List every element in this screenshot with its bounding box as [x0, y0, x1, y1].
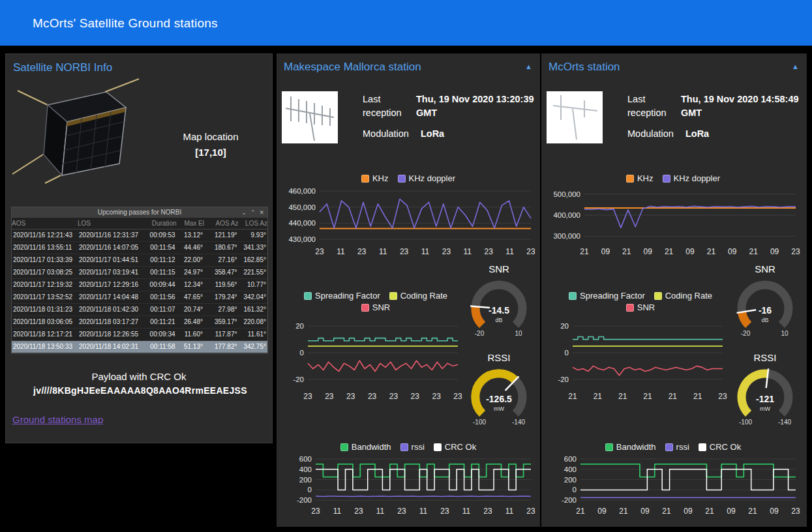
legend-item-snr[interactable]: SNR: [626, 303, 655, 312]
legend-swatch-icon: [361, 304, 369, 312]
svg-text:21: 21: [580, 247, 589, 256]
passes-row[interactable]: 2020/11/17 01:33:392020/11/17 01:44:5100…: [12, 254, 267, 266]
legend-item-khz[interactable]: KHz: [361, 173, 389, 183]
legend-label: KHz: [372, 173, 389, 183]
legend-item-coding-rate[interactable]: Coding Rate: [654, 291, 712, 301]
svg-text:23: 23: [325, 392, 334, 401]
svg-text:23: 23: [357, 247, 367, 256]
svg-text:23: 23: [346, 392, 355, 401]
svg-text:21: 21: [705, 507, 714, 516]
svg-text:20: 20: [295, 322, 304, 330]
passes-row[interactable]: 2020/11/16 13:55:112020/11/16 14:07:0500…: [12, 241, 267, 254]
collapse-panel-icon[interactable]: ▲: [525, 63, 532, 70]
snr-gauge: SNR -14.5dB-2010: [459, 263, 539, 341]
window-collapse-icon[interactable]: ⌄: [241, 207, 247, 218]
collapse-panel-icon[interactable]: ▲: [792, 63, 799, 70]
legend-swatch-icon: [663, 175, 670, 183]
legend-item-rssi[interactable]: rssi: [665, 442, 689, 452]
svg-text:21: 21: [669, 392, 678, 401]
legend-swatch-icon: [389, 292, 397, 300]
svg-text:0: 0: [308, 486, 312, 494]
last-reception-value: Thu, 19 Nov 2020 14:58:49 GMT: [681, 93, 801, 120]
legend-label: Spreading Factor: [315, 291, 380, 301]
svg-text:23: 23: [526, 507, 535, 516]
svg-text:23: 23: [411, 392, 420, 401]
svg-text:11: 11: [462, 507, 471, 516]
window-expand-icon[interactable]: ⌃: [250, 207, 256, 218]
svg-text:21: 21: [619, 507, 628, 516]
svg-text:09: 09: [597, 507, 607, 516]
frequency-legend: KHzKHz doppler: [544, 173, 802, 183]
passes-row[interactable]: 2020/11/17 12:19:322020/11/17 12:29:1600…: [12, 278, 267, 291]
svg-text:-20: -20: [475, 330, 485, 337]
svg-text:23: 23: [485, 247, 494, 256]
legend-item-crc-ok[interactable]: CRC Ok: [434, 442, 476, 452]
svg-text:09: 09: [601, 247, 610, 256]
bandwidth-legend: BandwidthrssiCRC Ok: [279, 442, 537, 452]
legend-item-khz[interactable]: KHz: [626, 173, 654, 183]
passes-tbody: 2020/11/16 12:21:432020/11/16 12:31:3700…: [12, 229, 267, 353]
gauge-title: SNR: [459, 263, 539, 274]
svg-text:460,000: 460,000: [288, 187, 316, 195]
legend-item-bandwidth[interactable]: Bandwidth: [340, 442, 391, 452]
legend-label: CRC Ok: [710, 442, 741, 452]
svg-text:23: 23: [389, 392, 398, 401]
modulation-label: Modulation: [627, 127, 674, 141]
legend-item-khz-doppler[interactable]: KHz doppler: [398, 173, 456, 183]
svg-text:11: 11: [379, 247, 387, 256]
svg-text:23: 23: [397, 507, 406, 516]
legend-item-spreading-factor[interactable]: Spreading Factor: [569, 291, 645, 301]
passes-header-row: AOSLOSDurationMax ElAOS AzLOS Az: [12, 218, 267, 229]
legend-item-coding-rate[interactable]: Coding Rate: [389, 291, 447, 301]
passes-row[interactable]: 2020/11/18 01:31:232020/11/18 01:42:3000…: [12, 303, 267, 316]
legend-label: Bandwidth: [616, 442, 656, 452]
passes-row[interactable]: 2020/11/17 13:52:522020/11/17 14:04:4800…: [12, 291, 267, 303]
svg-text:21: 21: [749, 247, 759, 256]
svg-text:mW: mW: [494, 406, 504, 412]
passes-row[interactable]: 2020/11/17 03:08:252020/11/17 03:19:4100…: [12, 266, 267, 278]
legend-label: Coding Rate: [400, 291, 447, 301]
legend-swatch-icon: [569, 292, 577, 300]
svg-text:21: 21: [665, 247, 674, 256]
svg-text:09: 09: [727, 507, 736, 516]
snr-gauge-dial: -16dB-2010: [725, 276, 805, 338]
passes-col-1: LOS: [78, 218, 143, 229]
map-location-value: [17,10]: [161, 147, 260, 158]
window-close-icon[interactable]: ✕: [259, 207, 264, 218]
frequency-legend: KHzKHz doppler: [279, 173, 537, 183]
legend-item-spreading-factor[interactable]: Spreading Factor: [304, 291, 380, 301]
svg-text:09: 09: [728, 247, 737, 256]
legend-swatch-icon: [605, 443, 613, 451]
last-reception-label: Last reception: [627, 93, 674, 120]
snr-gauge: SNR -16dB-2010: [725, 263, 805, 341]
passes-row[interactable]: 2020/11/18 12:17:212020/11/18 12:26:5500…: [12, 328, 267, 340]
snr-legend: Spreading FactorCoding RateSNR: [287, 291, 464, 312]
svg-text:09: 09: [770, 247, 779, 256]
legend-label: Coding Rate: [665, 291, 712, 301]
rssi-gauge: RSSI -126.5mW-100-140: [459, 352, 539, 430]
legend-item-snr[interactable]: SNR: [361, 303, 390, 312]
svg-text:-100: -100: [739, 419, 752, 426]
legend-item-bandwidth[interactable]: Bandwidth: [605, 442, 656, 452]
panel-mcorts-station: McOrts station ▲ Last reception Thu, 19 …: [541, 53, 807, 527]
passes-row[interactable]: 2020/11/18 03:06:052020/11/18 03:17:2700…: [12, 316, 267, 328]
passes-row[interactable]: 2020/11/16 12:21:432020/11/16 12:31:3700…: [12, 229, 267, 241]
legend-label: SNR: [372, 303, 390, 312]
legend-swatch-icon: [699, 443, 706, 451]
svg-text:09: 09: [640, 507, 650, 516]
svg-text:600: 600: [564, 455, 577, 463]
legend-item-rssi[interactable]: rssi: [400, 442, 425, 452]
snr-legend: Spreading FactorCoding RateSNR: [552, 291, 729, 312]
ground-stations-map-link[interactable]: Ground stations map: [12, 414, 103, 425]
legend-item-khz-doppler[interactable]: KHz doppler: [663, 173, 721, 183]
frequency-chart: 500,000400,000300,0002109210921092109210…: [544, 185, 802, 258]
passes-row[interactable]: 2020/11/18 13:50:332020/11/18 14:02:3100…: [12, 340, 267, 353]
svg-text:11: 11: [505, 247, 514, 256]
snr-chart: 200-2021212121212123: [547, 316, 729, 403]
snr-gauge-dial: -14.5dB-2010: [459, 276, 539, 338]
svg-text:11: 11: [505, 507, 514, 516]
svg-text:200: 200: [299, 476, 312, 484]
svg-text:21: 21: [748, 507, 757, 516]
legend-item-crc-ok[interactable]: CRC Ok: [699, 442, 741, 452]
legend-label: KHz: [637, 173, 654, 183]
